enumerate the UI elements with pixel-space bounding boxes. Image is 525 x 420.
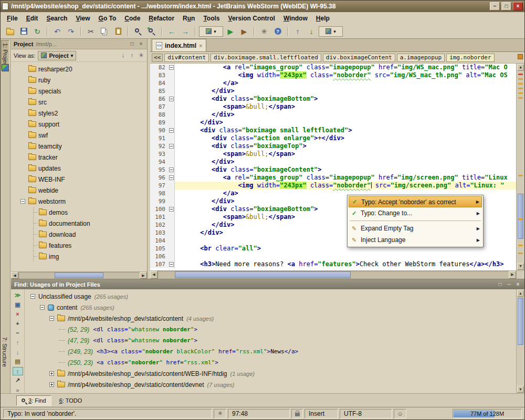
synchronize-icon[interactable]: ↻ [31,26,44,37]
usage-group-row[interactable]: Unclassified usage(265 usages) [25,291,516,302]
scroll-thumb[interactable] [518,298,523,345]
project-tree-item[interactable]: specials [11,86,147,97]
forward-icon[interactable]: → [179,26,192,37]
background-tasks-icon[interactable]: ✳ [214,409,226,418]
find-tab[interactable]: 3: Find [16,395,51,406]
code-line[interactable]: 82 <a rel="images_group" class="imagepop… [150,64,516,71]
code-line[interactable]: 88 </div> [150,111,516,119]
project-tree-item[interactable]: webide [11,185,147,196]
error-stripe-mark[interactable] [518,218,523,220]
error-stripe-mark[interactable] [518,78,523,80]
group-by-icon[interactable]: ▤ [13,358,23,366]
expand-empty-tag-item[interactable]: ✎Expand Empty Tag▶ [349,223,482,234]
view-as-dropdown[interactable]: Project ▾ [38,51,76,60]
project-tree-item[interactable]: resharper20 [11,64,147,75]
code-line[interactable]: 106 [150,253,516,260]
code-line[interactable]: 97 <img width="243px" class="noborder" s… [150,182,516,190]
fold-marker-icon[interactable] [169,97,174,101]
update-icon[interactable]: ↓ [305,26,318,37]
usage-group-row[interactable]: content(265 usages) [25,302,516,313]
usage-directory-row[interactable]: /mnt/p4/website/eshop_dev/static/content… [25,379,516,390]
breadcrumb-back-icon[interactable]: << [152,54,163,62]
scroll-to-source-icon[interactable]: ↓ [120,52,127,59]
fold-marker-icon[interactable] [169,128,174,133]
debug-icon[interactable]: ▶ [238,26,250,37]
caret-position[interactable]: 97:48 [228,409,290,418]
menu-edit[interactable]: Edit [22,13,43,24]
fold-marker-icon[interactable] [169,144,174,149]
scroll-down-icon[interactable] [517,386,524,393]
code-line[interactable]: 90 <div class="boximage small leftfloate… [150,127,516,134]
breadcrumb-item[interactable]: div.boximage.small.leftfloated [211,54,321,62]
redo-icon[interactable]: ↷ [65,26,77,37]
usage-row[interactable]: (249, 23)<h3><a class="noborder blackCol… [25,346,516,357]
tab-close-icon[interactable]: × [199,43,202,49]
fold-marker-icon[interactable] [169,207,174,212]
project-tree-item[interactable]: swf [11,130,147,141]
scroll-down-icon[interactable] [517,263,524,270]
menu-version-control[interactable]: Version Control [224,13,279,24]
code-line[interactable]: 96 <a rel="images_group" class="imagepop… [150,174,516,182]
rerun-search-icon[interactable]: ≫ [13,291,23,299]
tree-toggle-icon[interactable] [49,371,54,376]
fold-marker-icon[interactable] [169,262,174,267]
code-line[interactable]: 107 <h3>Need more reasons? <a href="feat… [150,260,516,268]
paste-icon[interactable] [112,26,124,37]
autoscroll-to-source-icon[interactable]: ↕ [13,367,23,375]
error-stripe-mark[interactable] [518,253,523,254]
commit-icon[interactable]: ↑ [291,26,304,37]
project-horizontal-scrollbar[interactable] [11,271,147,279]
scroll-right-icon[interactable] [140,272,147,279]
code-line[interactable]: 93 <span>&bull;</span> [150,150,516,158]
breadcrumb-item[interactable]: div.boximageContent [323,54,395,62]
typo-change-item[interactable]: ✓Typo: Change to...▶ [349,207,482,219]
save-all-icon[interactable] [17,26,30,37]
run-config-dropdown[interactable]: ▾ [199,26,223,37]
title-bar[interactable]: /mnt/p4/website/eshop_dev/static/content… [1,1,524,12]
minimize-button[interactable]: – [490,2,500,10]
scroll-right-icon[interactable] [509,271,516,279]
project-tree-item[interactable]: styles2 [11,108,147,119]
tree-toggle-icon[interactable] [40,305,45,310]
back-icon[interactable]: ← [165,26,178,37]
project-tree-item[interactable]: updates [11,163,147,174]
usage-row[interactable]: (47, 29)<dl class="whatsnew noborder"> [25,335,516,346]
find-vertical-scrollbar[interactable] [516,289,524,393]
export-icon[interactable]: ↗ [13,376,23,385]
float-window-icon[interactable]: □ [497,281,503,287]
expand-all-icon[interactable]: + [13,319,23,328]
menu-code[interactable]: Code [120,13,144,24]
code-line[interactable]: 83 <img width="243px" class="noborder" s… [150,71,516,79]
breadcrumb-item[interactable]: div#content [164,54,209,62]
project-tree-item[interactable]: src [11,97,147,108]
code-line[interactable]: 91 <div class="action enlarge">+</div> [150,134,516,142]
error-stripe-mark[interactable] [518,83,523,85]
typo-accept-item[interactable]: ✓Typo: Accept 'noborder' as correct▶ [349,196,482,207]
memory-indicator[interactable]: 77M of 128M [453,409,522,418]
find-panel-header[interactable]: Find: Usages of in Project Files □─× [11,279,524,289]
inject-language-item[interactable]: ✎Inject Language▶ [349,234,482,246]
code-line[interactable]: 92 <div class="boximageTop"> [150,142,516,150]
settings-gear-icon[interactable]: ✳ [138,52,144,59]
project-tree-item[interactable]: download [11,229,147,240]
undo-icon[interactable]: ↶ [51,26,64,37]
cut-icon[interactable]: ✂ [85,26,97,37]
project-tree-item[interactable]: features [11,240,147,251]
run-icon[interactable]: ▶ [224,26,237,37]
code-line[interactable]: 95 <div class="boximageContent"> [150,166,516,174]
settings-icon[interactable]: ✳ [258,26,270,37]
close-button[interactable]: × [513,2,523,10]
menu-window[interactable]: Window [279,13,312,24]
close-window-icon[interactable]: × [514,281,521,287]
menu-go-to[interactable]: Go To [94,13,121,24]
error-stripe-mark[interactable] [518,175,523,176]
vcs-dropdown[interactable]: ▾ [319,26,343,37]
find-icon[interactable] [132,26,144,37]
error-stripe-mark[interactable] [518,74,523,75]
panel-close-icon[interactable]: × [138,41,144,47]
scroll-left-icon[interactable] [11,272,18,279]
scroll-up-icon[interactable] [517,64,524,71]
copy-icon[interactable] [98,26,111,37]
code-line[interactable]: 87 <span>&bull;</span> [150,103,516,111]
menu-run[interactable]: Run [178,13,199,24]
